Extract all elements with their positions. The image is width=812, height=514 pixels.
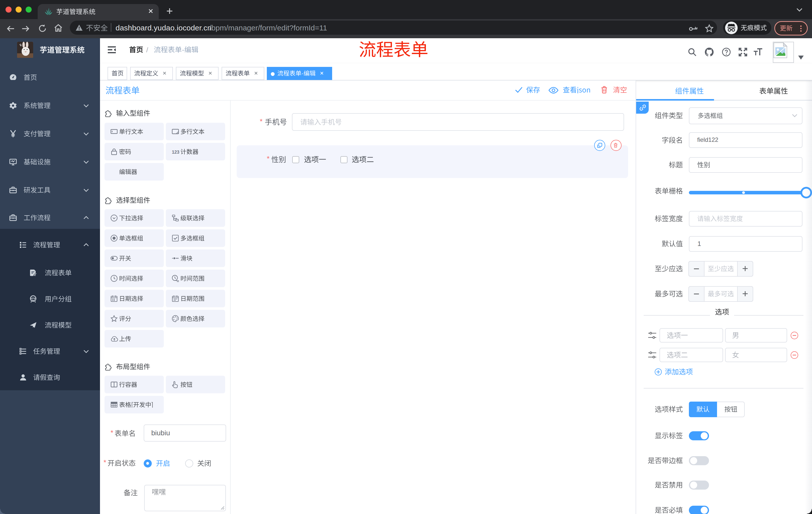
svg-text:123: 123 bbox=[172, 150, 179, 155]
